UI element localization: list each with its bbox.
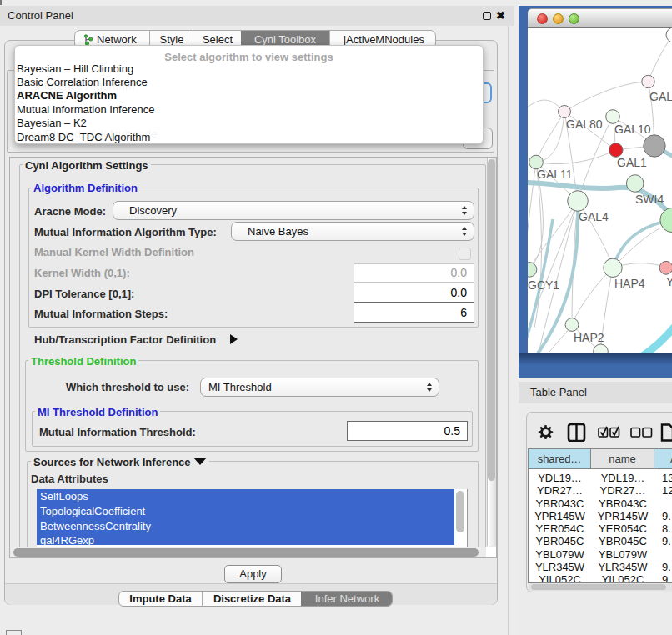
svg-text:GAL80: GAL80 <box>566 118 603 131</box>
svg-text:GAL1: GAL1 <box>617 156 647 169</box>
svg-text:GAL11: GAL11 <box>537 168 573 181</box>
svg-text:HAP2: HAP2 <box>574 331 604 344</box>
svg-text:GAL4: GAL4 <box>579 210 609 223</box>
svg-text:GCY1: GCY1 <box>528 278 559 292</box>
svg-text:YJL: YJL <box>666 275 672 288</box>
svg-text:GAL10: GAL10 <box>614 122 651 136</box>
svg-text:GAL2: GAL2 <box>649 90 672 103</box>
svg-text:SWI4: SWI4 <box>635 192 664 206</box>
svg-text:HAP4: HAP4 <box>614 277 645 290</box>
